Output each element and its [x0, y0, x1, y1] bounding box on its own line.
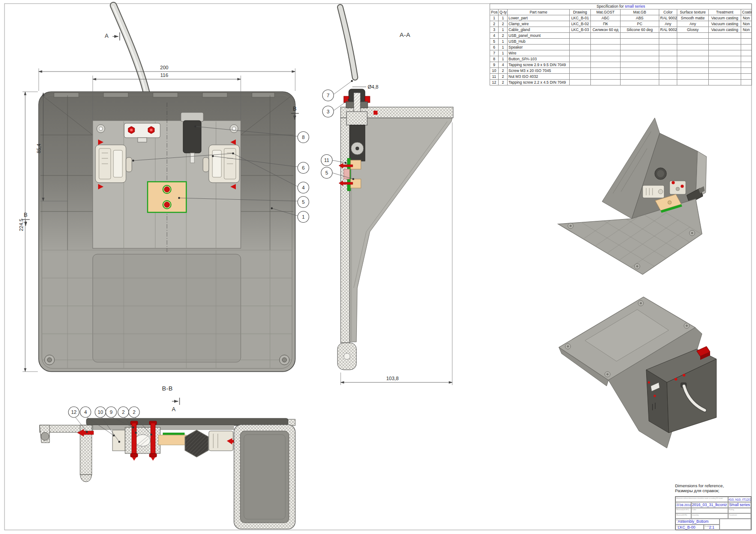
- color-cell: Color: [691, 508, 728, 513]
- spec-cell: [709, 45, 741, 50]
- spec-cell: [659, 39, 677, 45]
- spec-col-header: Color: [659, 9, 677, 15]
- main-bottom-view: 200 116 224,5 85,4 A B B: [18, 5, 309, 372]
- spec-row: 11Lower_partLKC_B-01АБСABSRAL 9002Smooth…: [490, 15, 752, 21]
- spec-cell: [570, 74, 591, 80]
- tolerance-cell: H10, h10, IT12/2: [728, 497, 751, 502]
- spec-cell: LKC_B-02: [570, 21, 591, 27]
- spec-cell: [621, 80, 659, 85]
- spec-cell: 6: [490, 45, 499, 50]
- scale-cell: Scale2:1: [704, 525, 720, 530]
- svg-text:9: 9: [110, 409, 112, 415]
- spec-cell: [570, 39, 591, 45]
- cable-section: [340, 7, 355, 77]
- spec-cell: PC: [621, 21, 659, 27]
- spec-cell: 1: [499, 15, 508, 21]
- spec-cell: [659, 45, 677, 50]
- svg-text:224,5: 224,5: [18, 219, 24, 231]
- spec-cell: [591, 33, 621, 39]
- spec-cell: [591, 74, 621, 80]
- spec-cell: [741, 74, 752, 80]
- spec-cell: [709, 68, 741, 74]
- spec-cell: Non: [741, 21, 752, 27]
- spec-cell: 2: [499, 33, 508, 39]
- spec-cell: [621, 62, 659, 68]
- spec-col-header: Pos: [490, 9, 499, 15]
- spec-row: 112Nut M3 ISO 4032: [490, 74, 752, 80]
- reference-note-ru: Размеры для справок;: [675, 488, 724, 493]
- spec-col-header: Treatment: [709, 9, 741, 15]
- svg-text:B: B: [24, 212, 27, 218]
- spec-cell: [677, 80, 709, 85]
- spec-row: 71Wire: [490, 50, 752, 56]
- led: [683, 374, 685, 377]
- spec-cell: [570, 56, 591, 62]
- spec-cell: Screw M3 x 20 ISO 7045: [508, 68, 570, 74]
- spec-col-header: Q-ty: [499, 9, 508, 15]
- spec-cell: LKC_B-03: [570, 27, 591, 33]
- spec-cell: [621, 33, 659, 39]
- spec-cell: 9: [490, 62, 499, 68]
- spec-cell: [570, 50, 591, 56]
- spec-cell: [709, 80, 741, 85]
- svg-text:A: A: [105, 33, 109, 39]
- wire-clamp-section: [350, 125, 365, 161]
- small-series-link[interactable]: small series: [625, 4, 645, 9]
- quantity-cell: Quantity: [691, 513, 728, 519]
- spec-table: Specification for small series PosQ-tyPa…: [490, 4, 752, 85]
- section-marker-a-top: A: [105, 32, 120, 40]
- spec-cell: 4: [490, 33, 499, 39]
- spec-cell: 1: [499, 27, 508, 33]
- spec-cell: [709, 56, 741, 62]
- wire-channel: [158, 435, 186, 445]
- spec-cell: [677, 39, 709, 45]
- spec-cell: [741, 33, 752, 39]
- spec-cell: Button_SPA-103: [508, 56, 570, 62]
- spec-col-header: Part name: [508, 9, 570, 15]
- spec-row: 51USB_Hub: [490, 39, 752, 45]
- spec-cell: [659, 56, 677, 62]
- spec-cell: [659, 50, 677, 56]
- svg-text:11: 11: [324, 157, 329, 163]
- material-cell: Material(GOST): [675, 508, 691, 513]
- spec-row: 61Speaker: [490, 45, 752, 50]
- cable: [113, 5, 147, 94]
- spec-cell: [570, 62, 591, 68]
- material2-cell: Material(DIN): [675, 513, 691, 519]
- spec-cell: RAL 9002: [659, 27, 677, 33]
- spec-cell: 8: [490, 56, 499, 62]
- spec-cell: [621, 39, 659, 45]
- spec-cell: [677, 45, 709, 50]
- reference-note: Dimensions for reference, Размеры для сп…: [675, 483, 724, 493]
- spec-cell: [741, 80, 752, 85]
- spec-cell: [677, 74, 709, 80]
- spec-cell: [621, 45, 659, 50]
- button-iso: [670, 181, 686, 194]
- svg-text:103,8: 103,8: [386, 376, 399, 381]
- spec-cell: Speaker: [508, 45, 570, 50]
- svg-text:4: 4: [84, 409, 87, 415]
- spec-cell: Vacuum casting: [709, 21, 741, 27]
- spec-cell: 4: [499, 62, 508, 68]
- spec-cell: 11: [490, 74, 499, 80]
- svg-text:1: 1: [302, 214, 305, 220]
- usb-connector-section: [209, 431, 236, 451]
- cut-side-wall: [341, 118, 350, 343]
- pcb-edge: [163, 433, 184, 435]
- spec-cell: 2: [499, 68, 508, 74]
- spec-cell: Силикон 60 ед: [591, 27, 621, 33]
- silicone-seal: [346, 112, 367, 125]
- spec-col-header: Surface texture: [677, 9, 709, 15]
- section-marker-a-bottom: A: [172, 398, 180, 413]
- spec-cell: 1: [499, 50, 508, 56]
- spec-cell: АБС: [591, 15, 621, 21]
- svg-text:4: 4: [302, 185, 305, 190]
- spec-cell: [741, 45, 752, 50]
- svg-text:8: 8: [302, 135, 305, 140]
- spec-cell: Any: [659, 21, 677, 27]
- spec-cell: 1: [499, 39, 508, 45]
- spec-cell: 5: [490, 39, 499, 45]
- spec-cell: [570, 33, 591, 39]
- spec-table-title: Specification for small series: [490, 4, 752, 9]
- spec-cell: 2: [499, 21, 508, 27]
